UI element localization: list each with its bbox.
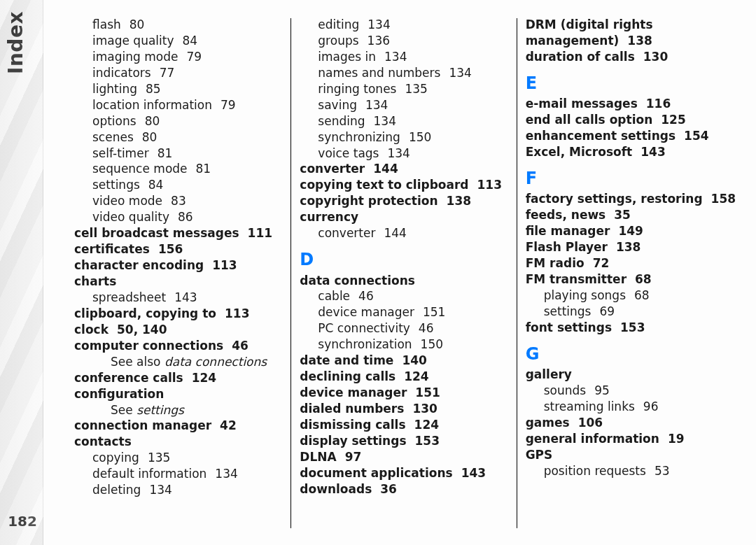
- entry-page: 80: [130, 17, 145, 31]
- entry-label: imaging mode: [92, 50, 178, 64]
- index-main-entry: connection manager42: [74, 418, 281, 434]
- index-main-entry: copying text to clipboard113: [300, 177, 506, 193]
- entry-label: connection manager: [74, 418, 211, 432]
- entry-label: Flash Player: [526, 240, 608, 254]
- index-sub-entry: saving134: [300, 97, 506, 113]
- entry-page: 138: [627, 34, 652, 48]
- entry-page: 134: [384, 50, 407, 64]
- index-sub-entry: streaming links96: [526, 399, 732, 415]
- entry-label: e-mail messages: [526, 97, 638, 111]
- index-sub-entry: default information134: [74, 466, 281, 482]
- index-column-1: flash80image quality84imaging mode79indi…: [70, 17, 290, 530]
- index-main-entry: configuration: [74, 386, 281, 402]
- index-main-entry: e-mail messages116: [526, 96, 732, 112]
- entry-label: feeds, news: [526, 208, 606, 222]
- index-main-entry: Excel, Microsoft143: [526, 144, 732, 160]
- index-sub-entry: video quality86: [74, 209, 281, 225]
- entry-label: flash: [92, 17, 121, 31]
- entry-label: sounds: [544, 383, 586, 397]
- index-main-entry: GPS: [526, 447, 732, 463]
- index-main-entry: clipboard, copying to113: [74, 306, 281, 322]
- index-sub-entry: voice tags134: [300, 146, 506, 162]
- index-main-entry: DRM (digital rights management)138: [526, 17, 732, 49]
- entry-label: spreadsheet: [92, 290, 166, 304]
- entry-page: 68: [634, 288, 650, 302]
- index-sub-entry: copying135: [74, 450, 281, 466]
- entry-label: cable: [318, 289, 350, 303]
- entry-page: 95: [594, 383, 610, 397]
- entry-label: character encoding: [74, 258, 204, 272]
- entry-label: image quality: [92, 34, 174, 48]
- column-separator: [290, 18, 291, 528]
- entry-page: 150: [409, 130, 431, 144]
- entry-label: FM radio: [526, 256, 584, 270]
- entry-label: settings: [92, 178, 140, 192]
- entry-label: downloads: [300, 482, 372, 496]
- index-sub-entry: settings69: [526, 304, 732, 320]
- index-main-entry: FM transmitter68: [526, 271, 732, 288]
- entry-label: names and numbers: [318, 66, 440, 80]
- entry-page: 68: [635, 272, 652, 286]
- index-main-entry: converter144: [300, 161, 506, 177]
- index-sub-entry: scenes80: [74, 129, 281, 146]
- entry-page: 113: [225, 306, 250, 320]
- index-main-entry: games106: [526, 415, 732, 431]
- entry-page: 135: [148, 451, 170, 465]
- entry-label: computer connections: [74, 339, 223, 353]
- entry-label: gallery: [526, 367, 572, 381]
- index-sub-entry: position requests53: [526, 463, 732, 479]
- index-main-entry: certificates156: [74, 241, 281, 257]
- see-prefix: See also: [111, 355, 164, 369]
- index-letter-heading: E: [526, 72, 732, 94]
- index-sub-entry: indicators77: [74, 65, 281, 81]
- index-main-entry: feeds, news35: [526, 207, 732, 223]
- index-sub-entry: spreadsheet143: [74, 290, 281, 306]
- entry-label: saving: [318, 98, 357, 112]
- entry-page: 124: [192, 371, 217, 385]
- index-sub-entry: video mode83: [74, 193, 281, 209]
- index-main-entry: general information19: [526, 431, 732, 447]
- see-prefix: See: [111, 403, 136, 417]
- entry-page: 36: [380, 482, 397, 496]
- index-sub-entry: editing134: [300, 17, 506, 33]
- entry-label: date and time: [300, 353, 393, 367]
- index-sub-entry: flash80: [74, 17, 281, 33]
- index-main-entry: currency: [300, 209, 506, 225]
- entry-label: indicators: [92, 66, 151, 80]
- index-sub-entry: ringing tones135: [300, 81, 506, 97]
- entry-label: charts: [74, 274, 116, 288]
- index-sub-entry: images in134: [300, 49, 506, 65]
- entry-label: settings: [544, 304, 592, 318]
- index-sub-entry: sounds95: [526, 383, 732, 399]
- see-target: data connections: [164, 355, 267, 369]
- entry-page: 136: [368, 34, 390, 48]
- entry-page: 134: [387, 146, 410, 160]
- entry-label: lighting: [92, 82, 137, 96]
- entry-page: 81: [158, 146, 173, 160]
- entry-page: 84: [183, 34, 198, 48]
- entry-label: file manager: [526, 224, 610, 238]
- index-main-entry: factory settings, restoring158: [526, 191, 732, 207]
- page-number: 182: [4, 513, 41, 530]
- index-main-entry: date and time140: [300, 353, 506, 369]
- index-column-2: editing134groups136images in134names and…: [295, 17, 516, 530]
- index-main-entry: font settings153: [526, 320, 732, 336]
- entry-page: 151: [415, 385, 440, 399]
- entry-page: 79: [220, 98, 236, 112]
- index-main-entry: contacts: [74, 434, 281, 450]
- entry-label: scenes: [92, 130, 134, 144]
- entry-page: 46: [358, 289, 374, 303]
- see-target: settings: [136, 403, 184, 417]
- entry-page: 144: [373, 162, 398, 176]
- entry-page: 80: [142, 130, 158, 144]
- index-main-entry: document applications143: [300, 465, 506, 481]
- entry-page: 85: [146, 82, 161, 96]
- entry-page: 113: [477, 178, 503, 192]
- entry-page: 97: [345, 450, 362, 464]
- index-main-entry: dialed numbers130: [300, 401, 506, 417]
- entry-page: 138: [616, 240, 641, 254]
- entry-label: video mode: [92, 194, 162, 208]
- entry-page: 116: [646, 97, 671, 111]
- entry-page: 134: [149, 483, 172, 497]
- entry-page: 69: [599, 304, 615, 318]
